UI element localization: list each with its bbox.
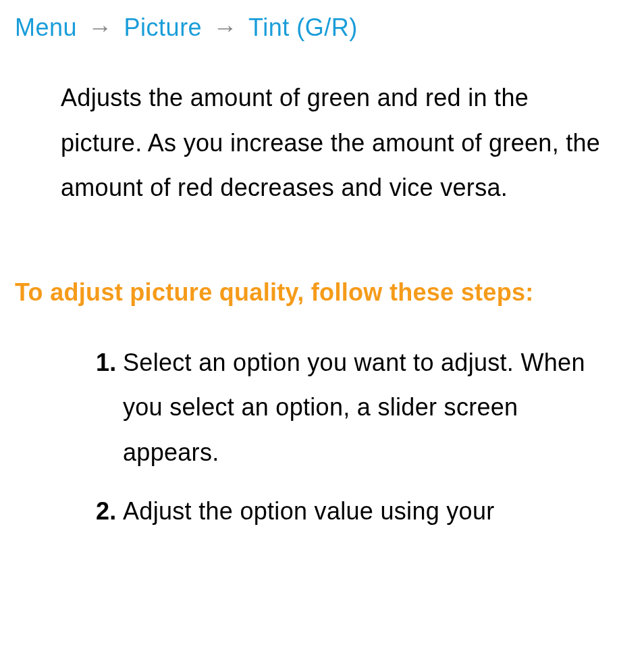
step-item: 1. Select an option you want to adjust. … <box>96 340 616 476</box>
breadcrumb-item-menu[interactable]: Menu <box>15 14 77 41</box>
breadcrumb: Menu → Picture → Tint (G/R) <box>15 14 629 42</box>
step-text: Select an option you want to adjust. Whe… <box>123 349 585 466</box>
step-item: 2. Adjust the option value using your <box>96 489 616 534</box>
arrow-right-icon: → <box>213 14 238 41</box>
breadcrumb-item-picture[interactable]: Picture <box>124 14 203 41</box>
steps-list: 1. Select an option you want to adjust. … <box>96 340 616 534</box>
description-text: Adjusts the amount of green and red in t… <box>61 76 616 211</box>
breadcrumb-item-tint[interactable]: Tint (G/R) <box>248 14 358 41</box>
step-text: Adjust the option value using your <box>123 497 495 525</box>
step-number: 2. <box>96 489 117 534</box>
section-heading: To adjust picture quality, follow these … <box>15 278 629 307</box>
arrow-right-icon: → <box>88 14 113 41</box>
step-number: 1. <box>96 340 117 386</box>
